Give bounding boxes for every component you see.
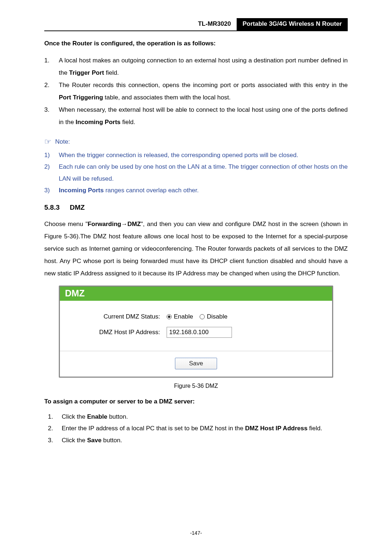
save-button[interactable]: Save [175, 358, 217, 369]
item-text: button. [102, 437, 122, 444]
operation-steps-list: 1. A local host makes an outgoing connec… [44, 54, 348, 128]
item-text: Each rule can only be used by one host o… [59, 163, 348, 182]
item-number: 3. [48, 435, 53, 446]
item-text: When the trigger connection is released,… [59, 152, 298, 159]
arrow-icon: → [121, 221, 127, 227]
status-label: Current DMZ Status: [69, 313, 167, 320]
list-item: 1. Click the Enable button. [48, 411, 348, 423]
item-number: 3) [44, 185, 50, 196]
radio-enable[interactable] [167, 314, 172, 319]
dmz-host-ip-input[interactable] [167, 327, 232, 338]
bold-text: DMZ [127, 221, 141, 227]
item-bold: Enable [87, 413, 107, 420]
dmz-ip-row: DMZ Host IP Address: [69, 327, 323, 338]
list-item: 1) When the trigger connection is releas… [44, 149, 348, 161]
section-heading: 5.8.3DMZ [44, 204, 348, 212]
item-number: 1. [44, 54, 49, 67]
item-number: 2. [48, 423, 53, 434]
enable-label: Enable [174, 313, 193, 320]
item-text: ranges cannot overlap each other. [104, 187, 199, 194]
list-item: 2. The Router records this connection, o… [44, 79, 348, 104]
item-text: field. [121, 119, 135, 126]
item-bold: DMZ Host IP Address [245, 425, 307, 432]
item-number: 3. [44, 104, 49, 116]
item-bold: Incoming Ports [75, 119, 121, 126]
item-text: button. [107, 413, 128, 420]
item-bold: Port Triggering [59, 94, 103, 101]
ip-label: DMZ Host IP Address: [69, 329, 167, 336]
status-value: Enable Disable [167, 313, 228, 320]
list-item: 3. Click the Save button. [48, 435, 348, 446]
page-header: TL-MR3020 Portable 3G/4G Wireless N Rout… [44, 18, 348, 31]
radio-disable[interactable] [200, 314, 205, 319]
list-item: 2) Each rule can only be used by one hos… [44, 161, 348, 185]
item-text: field. [104, 69, 119, 76]
item-text: Click the [62, 437, 87, 444]
list-item: 2. Enter the IP address of a local PC th… [48, 423, 348, 434]
item-text: Enter the IP address of a local PC that … [62, 425, 245, 432]
item-number: 1. [48, 411, 53, 423]
item-number: 2) [44, 161, 50, 173]
note-header: ☞ Note: [44, 137, 348, 147]
text: ", and then you can view and configure D… [44, 221, 348, 277]
pointer-icon: ☞ [44, 137, 52, 147]
item-bold: Trigger Port [69, 69, 104, 76]
dmz-status-row: Current DMZ Status: Enable Disable [69, 313, 323, 320]
item-text: table, and associates them with the loca… [103, 94, 231, 101]
item-bold: Save [87, 437, 102, 444]
note-label: Note: [55, 138, 70, 145]
item-text: Click the [62, 413, 87, 420]
text: Choose menu " [44, 221, 87, 227]
item-number: 1) [44, 149, 50, 161]
note-list: 1) When the trigger connection is releas… [44, 149, 348, 196]
panel-footer: Save [60, 351, 332, 377]
dmz-description: Choose menu "Forwarding→DMZ", and then y… [44, 218, 348, 280]
bold-text: Forwarding [87, 221, 121, 227]
list-item: 1. A local host makes an outgoing connec… [44, 54, 348, 79]
section-title: DMZ [70, 204, 85, 211]
assign-steps-list: 1. Click the Enable button. 2. Enter the… [44, 411, 348, 446]
header-title: Portable 3G/4G Wireless N Router [237, 18, 348, 30]
figure-caption: Figure 5-36 DMZ [44, 383, 348, 389]
item-text: The Router records this connection, open… [59, 82, 348, 89]
item-bold: Incoming Ports [59, 187, 104, 194]
dmz-panel-figure: DMZ Current DMZ Status: Enable Disable D… [59, 286, 333, 378]
panel-body: Current DMZ Status: Enable Disable DMZ H… [60, 301, 332, 347]
item-number: 2. [44, 79, 49, 91]
disable-label: Disable [207, 313, 228, 320]
intro-heading: Once the Router is configured, the opera… [44, 40, 348, 47]
header-model: TL-MR3020 [192, 18, 237, 30]
page-number: -147- [0, 530, 392, 536]
list-item: 3) Incoming Ports ranges cannot overlap … [44, 185, 348, 196]
list-item: 3. When necessary, the external host wil… [44, 104, 348, 128]
assign-heading: To assign a computer or server to be a D… [44, 398, 348, 405]
panel-title: DMZ [60, 287, 332, 301]
item-text: field. [307, 425, 322, 432]
section-number: 5.8.3 [44, 204, 60, 212]
